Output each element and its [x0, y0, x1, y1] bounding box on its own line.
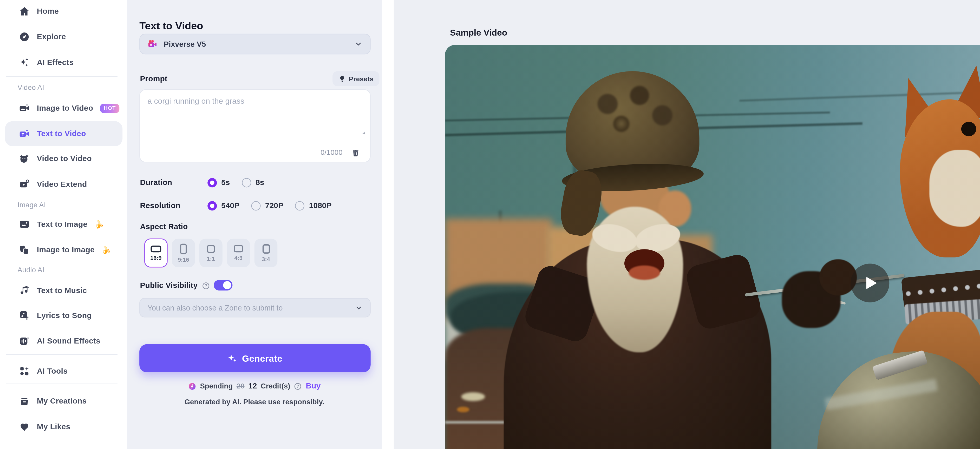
- zone-select-placeholder: You can also choose a Zone to submit to: [147, 303, 355, 312]
- discounted-cost: 12: [248, 382, 257, 390]
- buy-link[interactable]: Buy: [306, 382, 321, 390]
- sidebar-divider: [6, 384, 118, 384]
- aspect-tile-4-3[interactable]: 4:3: [227, 238, 250, 267]
- radio-selected[interactable]: [207, 178, 217, 187]
- generate-button[interactable]: Generate: [139, 344, 371, 372]
- duration-option-5s[interactable]: 5s: [207, 178, 230, 187]
- sidebar-item-explore[interactable]: Explore: [0, 24, 127, 49]
- aspect-tile-1-1[interactable]: 1:1: [199, 238, 223, 267]
- prompt-label: Prompt: [140, 74, 167, 83]
- presets-button-label: Presets: [349, 75, 374, 83]
- sidebar-item-ai-sound-effects[interactable]: AI Sound Effects: [0, 329, 127, 354]
- portrait-rect-icon: [180, 243, 187, 254]
- play-icon: [866, 277, 877, 289]
- radio-unselected[interactable]: [295, 201, 305, 210]
- toggle-knob: [223, 281, 231, 289]
- banana-emoji: 🍌: [101, 246, 111, 254]
- pixverse-model-icon: [147, 39, 157, 49]
- aspect-tile-3-4[interactable]: 3:4: [255, 238, 278, 267]
- sidebar-item-label: Image to Video: [37, 104, 93, 113]
- credit-coin-icon: [188, 382, 196, 390]
- sidebar-item-label: Lyrics to Song: [37, 311, 92, 320]
- sidebar-item-label: Text to Image: [37, 220, 88, 228]
- sidebar-divider: [6, 354, 118, 355]
- prompt-textarea-wrap: 0/1000: [139, 89, 371, 162]
- sidebar-item-text-to-music[interactable]: Text to Music: [0, 278, 127, 303]
- public-visibility-label: Public Visibility: [140, 281, 198, 290]
- play-button[interactable]: [851, 264, 889, 303]
- sidebar-item-label: Text to Music: [37, 286, 87, 295]
- aspect-tile-9-16[interactable]: 9:16: [172, 238, 195, 267]
- public-visibility-toggle[interactable]: [214, 280, 232, 290]
- resolution-option-1080p[interactable]: 1080P: [295, 201, 332, 210]
- home-icon: [19, 6, 30, 17]
- zone-select[interactable]: You can also choose a Zone to submit to: [139, 298, 371, 317]
- text-to-image-icon: [19, 219, 30, 230]
- presets-button[interactable]: Presets: [332, 71, 379, 86]
- duration-label: Duration: [140, 178, 208, 187]
- sidebar-item-video-to-video[interactable]: Video to Video: [0, 146, 127, 171]
- model-select[interactable]: Pixverse V5: [139, 34, 371, 54]
- duration-row: Duration 5s 8s: [140, 177, 276, 188]
- radio-unselected[interactable]: [251, 201, 261, 210]
- spending-label: Spending: [200, 382, 233, 390]
- chevron-down-icon: [354, 40, 363, 48]
- sidebar-item-text-to-video[interactable]: Text to Video: [5, 121, 123, 146]
- heart-icon: [19, 421, 30, 432]
- portrait-rect-icon: [262, 244, 270, 253]
- char-counter: 0/1000: [320, 149, 343, 156]
- banana-emoji: 🍌: [94, 220, 104, 228]
- sidebar-item-my-creations[interactable]: My Creations: [0, 389, 127, 413]
- svg-text:?: ?: [297, 384, 299, 388]
- page-title: Text to Video: [139, 20, 203, 32]
- radio-selected[interactable]: [207, 201, 217, 210]
- resolution-option-720p[interactable]: 720P: [251, 201, 283, 210]
- text-video-camera-icon: [19, 128, 30, 139]
- chevron-down-icon: [355, 304, 363, 311]
- svg-text:?: ?: [205, 283, 207, 288]
- video-extend-icon: [19, 179, 30, 190]
- sidebar-section-audio-ai: Audio AI: [18, 264, 44, 276]
- text-to-video-form-panel: Text to Video Pixverse V5 Prompt Presets…: [127, 0, 382, 449]
- generate-button-label: Generate: [242, 353, 282, 363]
- resize-handle[interactable]: [358, 127, 366, 136]
- sidebar-item-image-to-video[interactable]: Image to Video HOT: [0, 96, 127, 121]
- sidebar-item-label: AI Sound Effects: [37, 337, 100, 346]
- sidebar-item-image-to-image[interactable]: Image to Image 🍌: [0, 238, 127, 262]
- sidebar-item-text-to-image[interactable]: Text to Image 🍌: [0, 212, 127, 237]
- sample-video[interactable]: [445, 45, 980, 449]
- aspect-ratio-tiles: 16:9 9:16 1:1 4:3 3:4: [144, 238, 277, 267]
- sidebar-item-video-extend[interactable]: Video Extend: [0, 172, 127, 197]
- sidebar-section-video-ai: Video AI: [18, 81, 44, 94]
- sidebar-item-label: Video to Video: [37, 154, 92, 163]
- sidebar-item-ai-tools[interactable]: AI Tools: [0, 359, 127, 384]
- sidebar-item-lyrics-to-song[interactable]: Lyrics to Song: [0, 303, 127, 328]
- help-icon[interactable]: ?: [294, 382, 302, 390]
- sidebar-item-label: My Likes: [37, 422, 70, 431]
- resolution-option-540p[interactable]: 540P: [207, 201, 239, 210]
- duration-option-8s[interactable]: 8s: [242, 178, 264, 187]
- aspect-ratio-label: Aspect Ratio: [140, 222, 188, 231]
- trash-icon[interactable]: [351, 149, 360, 157]
- public-visibility-row: Public Visibility ?: [140, 280, 210, 291]
- landscape-rect-icon: [151, 245, 161, 252]
- music-note-icon: [19, 285, 30, 296]
- sidebar-item-label: AI Effects: [37, 58, 73, 67]
- sidebar-item-label: AI Tools: [37, 366, 68, 376]
- credit-unit: Credit(s): [261, 382, 290, 390]
- sample-video-panel: Sample Video: [394, 0, 980, 449]
- resolution-row: Resolution 540P 720P 1080P: [140, 200, 344, 211]
- hot-badge: HOT: [100, 103, 119, 113]
- radio-unselected[interactable]: [242, 178, 251, 187]
- creations-box-icon: [19, 395, 30, 407]
- aspect-tile-16-9[interactable]: 16:9: [144, 238, 167, 267]
- sidebar-item-label: Video Extend: [37, 180, 87, 189]
- sidebar-item-ai-effects[interactable]: AI Effects: [0, 50, 127, 75]
- model-select-value: Pixverse V5: [164, 40, 348, 49]
- image-video-camera-icon: [19, 102, 30, 114]
- sidebar-item-home[interactable]: Home: [0, 0, 127, 24]
- image-to-image-icon: [19, 244, 30, 255]
- square-rect-icon: [207, 244, 215, 252]
- sidebar-item-my-likes[interactable]: My Likes: [0, 414, 127, 439]
- help-icon[interactable]: ?: [202, 281, 210, 289]
